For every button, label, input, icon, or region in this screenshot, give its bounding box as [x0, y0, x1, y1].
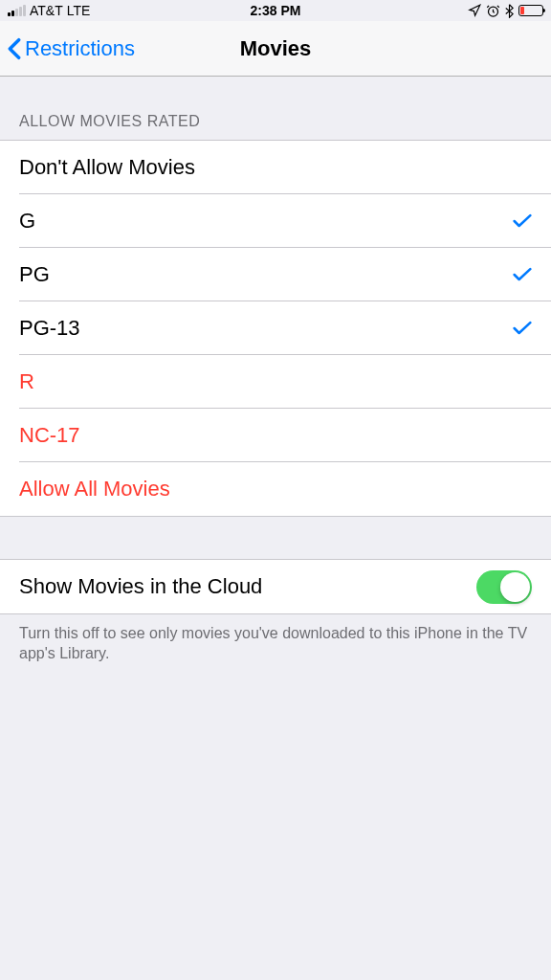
list-item-label: Allow All Movies [19, 477, 170, 501]
back-label: Restrictions [25, 36, 135, 61]
rating-option-allow-all[interactable]: Allow All Movies [0, 462, 551, 516]
page-title: Movies [240, 36, 312, 61]
list-item-label: PG-13 [19, 316, 80, 341]
bluetooth-icon [505, 4, 514, 18]
list-item-label: G [19, 209, 35, 234]
battery-icon [518, 5, 543, 16]
ratings-list: Don't Allow Movies G PG PG-13 R NC-17 Al… [0, 140, 551, 517]
section-header-ratings: ALLOW MOVIES RATED [0, 77, 551, 140]
status-bar: AT&T LTE 2:38 PM [0, 0, 551, 21]
carrier-label: AT&T [30, 3, 63, 18]
switch-knob [500, 572, 530, 602]
rating-option-pg[interactable]: PG [0, 248, 551, 301]
chevron-left-icon [8, 37, 21, 60]
list-item-label: Don't Allow Movies [19, 155, 195, 180]
cloud-switch[interactable] [476, 570, 532, 604]
checkmark-icon [513, 213, 532, 229]
section-footer-cloud: Turn this off to see only movies you've … [0, 614, 551, 664]
rating-option-r[interactable]: R [0, 355, 551, 409]
cloud-list: Show Movies in the Cloud [0, 559, 551, 614]
checkmark-icon [513, 267, 532, 282]
signal-strength-icon [8, 5, 26, 16]
list-item-label: Show Movies in the Cloud [19, 574, 262, 599]
navigation-bar: Restrictions Movies [0, 21, 551, 77]
alarm-icon [486, 4, 500, 18]
location-icon [468, 4, 481, 17]
status-left: AT&T LTE [8, 3, 90, 18]
list-item-label: R [19, 369, 34, 394]
list-item-label: PG [19, 262, 50, 287]
list-item-label: NC-17 [19, 423, 80, 448]
checkmark-icon [513, 321, 532, 336]
network-type-label: LTE [67, 3, 91, 18]
cloud-toggle-row[interactable]: Show Movies in the Cloud [0, 560, 551, 613]
rating-option-dont-allow[interactable]: Don't Allow Movies [0, 141, 551, 194]
back-button[interactable]: Restrictions [0, 36, 135, 61]
rating-option-pg13[interactable]: PG-13 [0, 301, 551, 355]
status-right [468, 4, 543, 18]
rating-option-g[interactable]: G [0, 194, 551, 248]
rating-option-nc17[interactable]: NC-17 [0, 409, 551, 462]
clock-label: 2:38 PM [251, 3, 301, 18]
